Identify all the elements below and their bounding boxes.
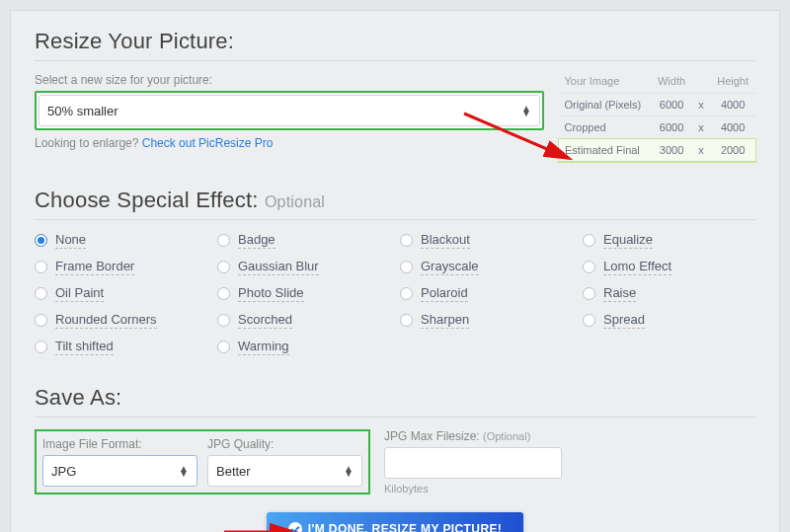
effect-option-label: Tilt shifted <box>55 339 114 355</box>
radio-icon <box>583 314 595 327</box>
quality-value: Better <box>216 464 251 479</box>
effect-option[interactable]: Badge <box>217 232 390 249</box>
effect-option-label: Rounded Corners <box>55 312 157 329</box>
table-row-final: Estimated Final 3000 x 2000 <box>559 139 756 162</box>
effect-option[interactable]: Frame Border <box>35 259 207 275</box>
done-label: I'M DONE, RESIZE MY PICTURE! <box>308 522 503 532</box>
radio-icon <box>400 314 413 327</box>
enlarge-hint: Looking to enlarge? Check out PicResize … <box>35 136 544 150</box>
resize-size-value: 50% smaller <box>47 104 118 118</box>
effect-option-label: Spread <box>603 312 645 329</box>
table-row: Cropped 6000 x 4000 <box>559 116 756 139</box>
effect-option[interactable]: Scorched <box>217 312 390 329</box>
radio-icon <box>400 234 413 247</box>
effect-option-label: Raise <box>603 285 636 302</box>
resize-heading: Resize Your Picture: <box>35 29 755 54</box>
format-value: JPG <box>51 464 76 479</box>
dims-cropped-h: 4000 <box>710 116 755 139</box>
effects-optional-text: Optional <box>265 193 325 210</box>
radio-icon <box>217 261 230 273</box>
picresize-pro-link[interactable]: Check out PicResize Pro <box>142 136 274 150</box>
chevron-updown-icon: ▲▼ <box>344 466 354 476</box>
effect-option-label: Lomo Effect <box>603 259 672 275</box>
chevron-updown-icon: ▲▼ <box>521 106 531 115</box>
effect-option-label: Polaroid <box>421 285 468 302</box>
radio-icon <box>400 287 413 300</box>
effect-option[interactable]: Spread <box>583 312 755 329</box>
maxfs-label: JPG Max Filesize: (Optional) <box>384 429 562 443</box>
effect-option[interactable]: Blackout <box>400 232 573 249</box>
effect-option-label: None <box>55 232 86 249</box>
effect-option-label: Badge <box>238 232 276 249</box>
radio-icon <box>35 314 47 327</box>
radio-icon <box>583 287 595 300</box>
radio-icon <box>583 234 595 247</box>
effect-option[interactable]: Sharpen <box>400 312 573 329</box>
maxfs-label-text: JPG Max Filesize: <box>384 429 480 443</box>
effect-option[interactable]: Tilt shifted <box>35 339 207 355</box>
check-circle-icon <box>288 522 302 532</box>
effect-option[interactable]: Oil Paint <box>35 285 207 302</box>
table-row: Original (Pixels) 6000 x 4000 <box>559 94 756 116</box>
effect-option[interactable]: Photo Slide <box>217 285 390 302</box>
save-heading: Save As: <box>35 385 755 411</box>
effect-option[interactable]: Warming <box>217 339 390 355</box>
maxfs-optional: (Optional) <box>483 430 530 442</box>
dims-col-height: Height <box>710 73 755 94</box>
dims-original-label: Original (Pixels) <box>559 94 652 116</box>
dims-final-h: 2000 <box>710 139 755 162</box>
effect-option-label: Equalize <box>603 232 653 249</box>
effect-option-label: Frame Border <box>55 259 134 275</box>
radio-icon <box>583 261 595 273</box>
dims-final-label: Estimated Final <box>559 139 652 162</box>
format-select[interactable]: JPG ▲▼ <box>42 455 198 487</box>
dims-col-width: Width <box>651 73 692 94</box>
effect-option-label: Warming <box>238 339 289 355</box>
radio-icon <box>400 261 413 273</box>
effect-option[interactable]: Lomo Effect <box>583 259 755 275</box>
quality-label: JPG Quality: <box>207 437 362 451</box>
effect-option[interactable]: Grayscale <box>400 259 573 275</box>
effect-option[interactable]: Raise <box>583 285 755 302</box>
effect-option[interactable]: Equalize <box>583 232 755 249</box>
radio-icon <box>217 341 230 353</box>
radio-icon <box>35 341 47 353</box>
effect-option-label: Blackout <box>421 232 470 249</box>
radio-icon <box>35 261 47 273</box>
effect-option[interactable]: Polaroid <box>400 285 573 302</box>
dimensions-table: Your Image Width Height Original (Pixels… <box>558 73 755 162</box>
effect-option-label: Gaussian Blur <box>238 259 319 275</box>
radio-icon <box>35 234 47 247</box>
divider <box>35 219 755 220</box>
effect-option-label: Sharpen <box>421 312 469 329</box>
dims-col-image: Your Image <box>559 73 652 94</box>
effect-option[interactable]: Gaussian Blur <box>217 259 390 275</box>
divider <box>35 60 755 61</box>
radio-icon <box>217 234 230 247</box>
effect-option-label: Photo Slide <box>238 285 304 302</box>
dims-cropped-w: 6000 <box>651 116 692 139</box>
resize-size-highlight: 50% smaller ▲▼ <box>35 91 544 130</box>
format-label: Image File Format: <box>42 437 198 451</box>
effect-option[interactable]: Rounded Corners <box>35 312 207 329</box>
effect-option-label: Grayscale <box>421 259 479 275</box>
effect-option[interactable]: None <box>35 232 207 249</box>
maxfs-input[interactable] <box>384 447 562 479</box>
done-resize-button[interactable]: I'M DONE, RESIZE MY PICTURE! <box>267 512 524 532</box>
radio-icon <box>217 314 230 327</box>
chevron-updown-icon: ▲▼ <box>179 466 189 476</box>
effects-heading: Choose Special Effect: Optional <box>35 188 755 213</box>
quality-select[interactable]: Better ▲▼ <box>207 455 362 487</box>
dims-final-w: 3000 <box>651 139 692 162</box>
effect-option-label: Oil Paint <box>55 285 104 302</box>
kb-label: Kilobytes <box>384 483 562 494</box>
dims-original-h: 4000 <box>710 94 755 116</box>
effect-option-label: Scorched <box>238 312 292 329</box>
radio-icon <box>217 287 230 300</box>
enlarge-prefix: Looking to enlarge? <box>35 136 142 150</box>
effects-grid: NoneBadgeBlackoutEqualizeFrame BorderGau… <box>35 232 755 355</box>
radio-icon <box>35 287 47 300</box>
dims-original-w: 6000 <box>651 94 692 116</box>
resize-size-select[interactable]: 50% smaller ▲▼ <box>39 95 540 126</box>
save-highlight: Image File Format: JPG ▲▼ JPG Quality: B… <box>35 429 370 494</box>
